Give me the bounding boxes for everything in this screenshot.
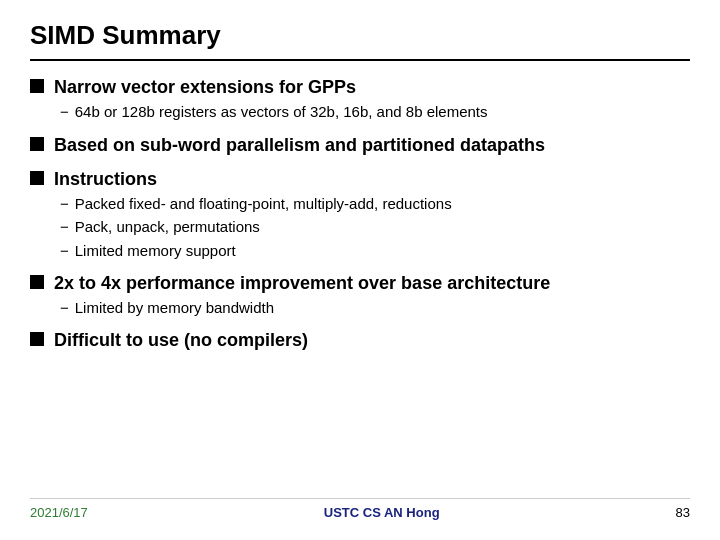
bullet-sub-instructions-1: − Pack, unpack, permutations: [60, 217, 690, 237]
bullet-square-based: [30, 137, 44, 151]
dash-instructions-2: −: [60, 241, 69, 261]
bullet-sub-instructions-2-text: Limited memory support: [75, 241, 236, 261]
section-based: Based on sub-word parallelism and partit…: [30, 133, 690, 157]
bullet-main-instructions: Instructions: [30, 167, 690, 191]
slide: SIMD Summary Narrow vector extensions fo…: [0, 0, 720, 540]
bullet-sub-performance-0: − Limited by memory bandwidth: [60, 298, 690, 318]
slide-title: SIMD Summary: [30, 20, 690, 61]
bullet-main-performance: 2x to 4x performance improvement over ba…: [30, 271, 690, 295]
bullet-square-performance: [30, 275, 44, 289]
section-instructions: Instructions − Packed fixed- and floatin…: [30, 167, 690, 261]
bullet-sub-narrow-0: − 64b or 128b registers as vectors of 32…: [60, 102, 690, 122]
bullet-main-performance-text: 2x to 4x performance improvement over ba…: [54, 271, 550, 295]
bullet-sub-instructions-0-text: Packed fixed- and floating-point, multip…: [75, 194, 452, 214]
bullet-square-instructions: [30, 171, 44, 185]
footer-date: 2021/6/17: [30, 505, 88, 520]
bullet-sub-instructions-0: − Packed fixed- and floating-point, mult…: [60, 194, 690, 214]
bullet-sub-instructions-1-text: Pack, unpack, permutations: [75, 217, 260, 237]
bullet-main-narrow: Narrow vector extensions for GPPs: [30, 75, 690, 99]
slide-footer: 2021/6/17 USTC CS AN Hong 83: [30, 498, 690, 520]
bullet-sub-performance-0-text: Limited by memory bandwidth: [75, 298, 274, 318]
section-performance: 2x to 4x performance improvement over ba…: [30, 271, 690, 319]
footer-center-text: USTC CS AN Hong: [324, 505, 440, 520]
footer-page-number: 83: [676, 505, 690, 520]
bullet-main-narrow-text: Narrow vector extensions for GPPs: [54, 75, 356, 99]
dash-instructions-0: −: [60, 194, 69, 214]
bullet-main-instructions-text: Instructions: [54, 167, 157, 191]
bullet-square-difficult: [30, 332, 44, 346]
dash-performance-0: −: [60, 298, 69, 318]
dash-narrow-0: −: [60, 102, 69, 122]
bullet-sub-narrow-0-text: 64b or 128b registers as vectors of 32b,…: [75, 102, 488, 122]
section-narrow: Narrow vector extensions for GPPs − 64b …: [30, 75, 690, 123]
bullet-square-narrow: [30, 79, 44, 93]
slide-content: Narrow vector extensions for GPPs − 64b …: [30, 75, 690, 492]
bullet-main-based-text: Based on sub-word parallelism and partit…: [54, 133, 545, 157]
section-difficult: Difficult to use (no compilers): [30, 328, 690, 352]
dash-instructions-1: −: [60, 217, 69, 237]
bullet-main-difficult-text: Difficult to use (no compilers): [54, 328, 308, 352]
bullet-main-based: Based on sub-word parallelism and partit…: [30, 133, 690, 157]
bullet-main-difficult: Difficult to use (no compilers): [30, 328, 690, 352]
bullet-sub-instructions-2: − Limited memory support: [60, 241, 690, 261]
